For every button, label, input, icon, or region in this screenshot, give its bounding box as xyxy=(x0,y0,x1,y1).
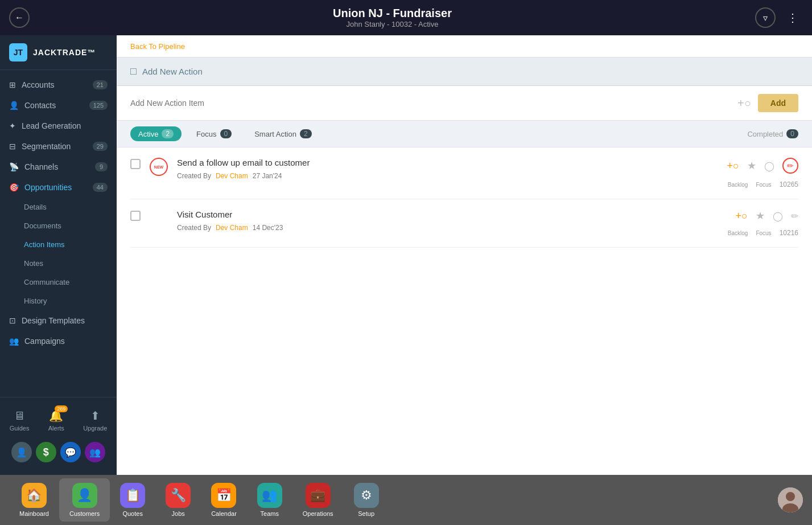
jobs-icon: 🔧 xyxy=(166,483,191,508)
nav-customers[interactable]: 👤 Customers xyxy=(59,478,110,522)
nav-calendar[interactable]: 📅 Calendar xyxy=(201,478,247,522)
sidebar-item-label: Campaigns xyxy=(24,337,65,346)
operations-label: Operations xyxy=(303,510,333,517)
customers-label: Customers xyxy=(69,510,100,517)
header-right: ▿ ⋮ xyxy=(755,7,803,28)
opportunities-badge: 44 xyxy=(93,183,108,192)
sidebar-item-campaigns[interactable]: 👥 Campaigns xyxy=(0,331,117,351)
creator-link-1[interactable]: Dev Cham xyxy=(216,172,248,180)
sidebar-avatars: 👤 $ 💬 👥 xyxy=(0,436,117,468)
action-icons-1: +○ ★ ◯ ✏ Backlog Focus 10265 xyxy=(727,158,798,188)
add-action-btn-2[interactable]: +○ xyxy=(736,210,748,222)
sidebar-item-label: Segmentation xyxy=(22,142,71,151)
sidebar-sub-action-items[interactable]: Action Items xyxy=(0,235,117,254)
back-to-pipeline-link[interactable]: Back To Pipeline xyxy=(130,42,185,51)
nav-operations[interactable]: 💼 Operations xyxy=(292,478,344,522)
avatar-dollar-button[interactable]: $ xyxy=(36,442,56,462)
more-options-button[interactable]: ⋮ xyxy=(782,7,803,28)
action-list: NEW Send a follow up email to customer C… xyxy=(117,147,812,475)
accounts-badge: 21 xyxy=(93,80,108,89)
sidebar-item-contacts[interactable]: 👤 Contacts 125 xyxy=(0,95,117,116)
mainboard-icon: 🏠 xyxy=(22,483,47,508)
sidebar-item-opportunities[interactable]: 🎯 Opportunities 44 xyxy=(0,177,117,198)
completed-label: Completed xyxy=(747,130,783,138)
avatar-person-button[interactable]: 👤 xyxy=(11,442,32,462)
alerts-button[interactable]: 🔔 269 Alerts xyxy=(48,409,64,432)
top-header: ← Union NJ - Fundraiser John Stanly - 10… xyxy=(0,0,812,35)
nav-quotes[interactable]: 📋 Quotes xyxy=(110,478,155,522)
created-by-label-2: Created By xyxy=(177,224,211,232)
sidebar-sub-notes[interactable]: Notes xyxy=(0,254,117,273)
input-add-icon[interactable]: +○ xyxy=(737,97,751,110)
upgrade-icon: ⬆ xyxy=(90,409,100,423)
edit-btn-1[interactable]: ✏ xyxy=(782,158,798,174)
active-tab-count: 2 xyxy=(162,129,174,138)
channels-icon: 📡 xyxy=(9,162,19,171)
teams-icon: 👥 xyxy=(257,483,282,508)
user-avatar[interactable] xyxy=(778,487,803,512)
add-button[interactable]: Add xyxy=(758,94,798,112)
sidebar-item-channels[interactable]: 📡 Channels 9 xyxy=(0,157,117,177)
header-left: ← xyxy=(9,7,30,28)
filter-tab-active[interactable]: Active 2 xyxy=(130,126,182,141)
sidebar-item-label: Opportunities xyxy=(24,183,72,192)
sidebar-item-label: Design Templates xyxy=(22,316,85,325)
nav-teams[interactable]: 👥 Teams xyxy=(247,478,292,522)
avatar-group-button[interactable]: 👥 xyxy=(85,442,105,462)
action-item-2: Visit Customer Created By Dev Cham 14 De… xyxy=(130,199,798,248)
alerts-label: Alerts xyxy=(48,425,64,432)
action-meta-2: Created By Dev Cham 14 Dec'23 xyxy=(177,224,719,232)
action-body-2: Visit Customer Created By Dev Cham 14 De… xyxy=(177,210,719,232)
quotes-icon: 📋 xyxy=(120,483,145,508)
setup-icon: ⚙ xyxy=(354,483,379,508)
nav-jobs[interactable]: 🔧 Jobs xyxy=(155,478,201,522)
action-checkbox-2[interactable] xyxy=(130,211,141,221)
filter-tab-smart-action[interactable]: Smart Action 2 xyxy=(246,126,319,141)
page-subtitle: John Stanly - 10032 - Active xyxy=(333,20,452,28)
nav-setup[interactable]: ⚙ Setup xyxy=(344,478,389,522)
circle-btn-2[interactable]: ◯ xyxy=(773,211,783,222)
sidebar-sub-documents[interactable]: Documents xyxy=(0,216,117,235)
nav-mainboard[interactable]: 🏠 Mainboard xyxy=(9,478,59,522)
sidebar-item-lead-generation[interactable]: ✦ Lead Generation xyxy=(0,116,117,136)
backlog-label-1: Backlog xyxy=(728,182,748,188)
action-item-1: NEW Send a follow up email to customer C… xyxy=(130,147,798,199)
sidebar-sub-history[interactable]: History xyxy=(0,292,117,310)
lead-gen-icon: ✦ xyxy=(9,121,16,130)
sidebar: JT JACKTRADE™ ⊞ Accounts 21 👤 Contacts 1… xyxy=(0,35,117,475)
focus-tab-count: 0 xyxy=(220,129,232,138)
calendar-label: Calendar xyxy=(211,510,237,517)
sidebar-bottom: 🖥 Guides 🔔 269 Alerts ⬆ Upgrade 👤 $ xyxy=(0,397,117,475)
sidebar-sub-details[interactable]: Details xyxy=(0,198,117,216)
circle-btn-1[interactable]: ◯ xyxy=(764,161,774,171)
focus-label-1: Focus xyxy=(756,182,771,188)
action-title-2: Visit Customer xyxy=(177,210,719,219)
sidebar-item-label: Lead Generation xyxy=(22,121,81,130)
star-btn-1[interactable]: ★ xyxy=(747,159,756,172)
filter-button[interactable]: ▿ xyxy=(755,7,776,28)
smart-action-tab-count: 2 xyxy=(300,129,312,138)
page-title: Union NJ - Fundraiser xyxy=(333,7,452,20)
guides-button[interactable]: 🖥 Guides xyxy=(10,409,30,432)
sidebar-item-segmentation[interactable]: ⊟ Segmentation 29 xyxy=(0,136,117,157)
guides-label: Guides xyxy=(10,425,30,432)
edit-btn-2[interactable]: ✏ xyxy=(791,211,798,222)
filter-tab-focus[interactable]: Focus 0 xyxy=(188,126,240,141)
design-templates-icon: ⊡ xyxy=(9,316,16,325)
back-button[interactable]: ← xyxy=(9,7,30,28)
upgrade-button[interactable]: ⬆ Upgrade xyxy=(83,409,107,432)
avatar-chat-button[interactable]: 💬 xyxy=(60,442,81,462)
sidebar-item-design-templates[interactable]: ⊡ Design Templates xyxy=(0,310,117,331)
completed-count: 0 xyxy=(786,129,798,138)
creator-link-2[interactable]: Dev Cham xyxy=(216,224,248,232)
contacts-icon: 👤 xyxy=(9,101,19,110)
sidebar-sub-communicate[interactable]: Communicate xyxy=(0,273,117,292)
action-date-2: 14 Dec'23 xyxy=(253,224,283,232)
smart-action-tab-label: Smart Action xyxy=(254,130,296,138)
action-checkbox-1[interactable] xyxy=(130,159,141,169)
add-action-btn-1[interactable]: +○ xyxy=(727,160,739,172)
action-item-input[interactable] xyxy=(130,99,731,108)
item-id-1: 10265 xyxy=(780,181,798,188)
star-btn-2[interactable]: ★ xyxy=(756,210,765,222)
sidebar-item-accounts[interactable]: ⊞ Accounts 21 xyxy=(0,75,117,95)
